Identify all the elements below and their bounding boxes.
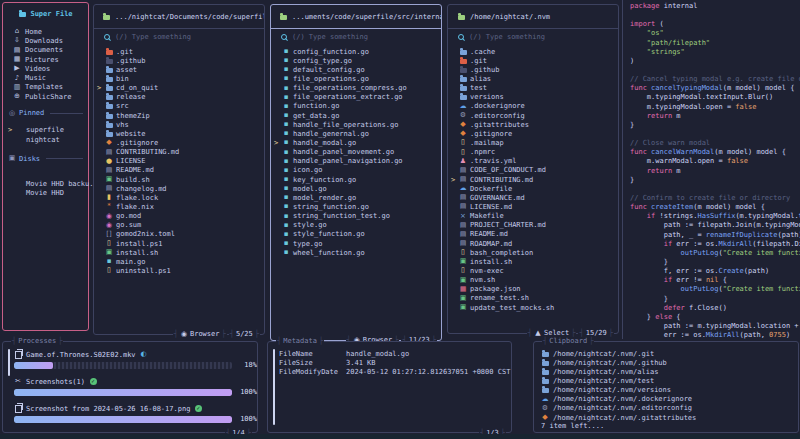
sidebar-item-home[interactable]: ⌂Home [3, 27, 88, 36]
file-row[interactable]: bin [94, 74, 264, 83]
file-row[interactable]: ▯uninstall.ps1 [94, 266, 264, 275]
file-row[interactable]: asset [94, 65, 264, 74]
file-row[interactable]: ▪style.go [271, 221, 441, 230]
clipboard-item[interactable]: /home/nightcat/.nvm/versions [541, 386, 798, 395]
file-row[interactable]: .git [94, 47, 264, 56]
file-row[interactable]: release [94, 93, 264, 102]
file-row[interactable]: ▪style_function.go [271, 230, 441, 239]
file-row[interactable]: website [94, 129, 264, 138]
file-row[interactable]: >▪handle_modal.go [271, 138, 441, 147]
file-row[interactable]: ▤CONTRIBUTING.md [94, 148, 264, 157]
file-row[interactable]: ◆.gitattributes [448, 120, 618, 129]
clipboard-item[interactable]: /home/nightcat/.nvm/test [541, 376, 798, 385]
panel-search-input[interactable]: (/) Type something [448, 29, 618, 45]
file-row[interactable]: ▣build.sh [94, 175, 264, 184]
file-row[interactable]: ▪model_render.go [271, 193, 441, 202]
file-row[interactable]: ♟.travis.yml [448, 157, 618, 166]
file-row[interactable]: ▣rename_test.sh [448, 294, 618, 303]
file-row[interactable]: ☁Dockerfile [448, 184, 618, 193]
file-row[interactable]: ▪handle_genernal.go [271, 129, 441, 138]
file-row[interactable]: ▪string_function.go [271, 202, 441, 211]
clipboard-item[interactable]: /home/nightcat/.nvm/.github [541, 358, 798, 367]
sidebar-item-pictures[interactable]: ▦Pictures [3, 55, 88, 64]
file-row[interactable]: ▤PROJECT_CHARTER.md [448, 221, 618, 230]
file-row[interactable]: ▤README.md [94, 166, 264, 175]
file-row[interactable]: []gomod2nix.toml [94, 230, 264, 239]
pinned-item-nightcat[interactable]: nightcat [3, 136, 88, 145]
clipboard-item[interactable]: /home/nightcat/.nvm/.git [541, 349, 798, 358]
file-row[interactable]: ●LICENSE [94, 157, 264, 166]
clipboard-item[interactable]: ☁/home/nightcat/.nvm/.dockerignore [541, 395, 798, 404]
file-row[interactable]: ▮flake.lock [94, 193, 264, 202]
file-row[interactable]: ▪handle_panel_movement.go [271, 148, 441, 157]
panel-search-input[interactable]: (/) Type something [271, 29, 441, 45]
file-row[interactable]: ☁.dockerignore [448, 102, 618, 111]
file-row[interactable]: ▣install.sh [94, 248, 264, 257]
file-row[interactable]: ▪handle_file_operations.go [271, 120, 441, 129]
sidebar-item-downloads[interactable]: ⇩Downloads [3, 36, 88, 45]
file-row[interactable]: ▪config_type.go [271, 56, 441, 65]
file-row[interactable]: ▪key_function.go [271, 175, 441, 184]
file-row[interactable]: ▤ROADMAP.md [448, 239, 618, 248]
panel-path-header[interactable]: .../nightcat/Documents/code/superfile [94, 5, 264, 29]
panel-path-header[interactable]: ...uments/code/superfile/src/internal [271, 5, 441, 29]
file-row[interactable]: ×Makefile [448, 212, 618, 221]
file-row[interactable]: >▤CONTRIBUTING.md [448, 175, 618, 184]
sidebar-item-publicshare[interactable]: ⊕PublicShare [3, 92, 88, 101]
file-row[interactable]: *flake.nix [94, 202, 264, 211]
panel-path-header[interactable]: /home/nightcat/.nvm [448, 5, 618, 29]
file-row[interactable]: .github [94, 56, 264, 65]
pinned-item-superfile[interactable]: >superfile [3, 126, 88, 135]
file-row[interactable]: ▪type.go [271, 239, 441, 248]
sidebar-item-templates[interactable]: ▥Templates [3, 83, 88, 92]
file-row[interactable]: .cache [448, 47, 618, 56]
disk-item-movie-hhd[interactable]: Movie HHD [3, 189, 88, 198]
file-row[interactable]: ▪file_operations_compress.go [271, 84, 441, 93]
file-row[interactable]: ▪config_function.go [271, 47, 441, 56]
file-row[interactable]: ▪function.go [271, 102, 441, 111]
disk-item-movie-hhd-backu-[interactable]: Movie HHD backu... [3, 180, 88, 189]
file-row[interactable]: versions [448, 93, 618, 102]
file-row[interactable]: .github [448, 65, 618, 74]
file-row[interactable]: ▪handle_panel_navigation.go [271, 157, 441, 166]
file-row[interactable]: test [448, 84, 618, 93]
sidebar-item-videos[interactable]: ▶Videos [3, 64, 88, 73]
file-row[interactable]: ▪icon.go [271, 166, 441, 175]
clipboard-item[interactable]: /home/nightcat/.nvm/alias [541, 367, 798, 376]
file-row[interactable]: alias [448, 74, 618, 83]
sidebar-item-music[interactable]: ♪Music [3, 73, 88, 82]
file-row[interactable]: ▤README.md [448, 230, 618, 239]
file-row[interactable]: ◉go.sum [94, 221, 264, 230]
clipboard-item[interactable]: ⚙/home/nightcat/.nvm/.editorconfig [541, 404, 798, 413]
file-row[interactable]: ▣nvm.sh [448, 276, 618, 285]
file-row[interactable]: ▯install.ps1 [94, 239, 264, 248]
panel-search-input[interactable]: (/) Type something [94, 29, 264, 45]
file-row[interactable]: ▤changelog.md [94, 184, 264, 193]
file-row[interactable]: vhs [94, 120, 264, 129]
file-row[interactable]: ▦package.json [448, 285, 618, 294]
file-row[interactable]: ▤LICENSE.md [448, 202, 618, 211]
file-row[interactable]: ▣install.sh [448, 257, 618, 266]
file-row[interactable]: ◉go.mod [94, 212, 264, 221]
file-row[interactable]: .git [448, 56, 618, 65]
file-row[interactable]: ▪wheel_function.go [271, 248, 441, 257]
file-row[interactable]: >cd_on_quit [94, 84, 264, 93]
file-row[interactable]: ▪model.go [271, 184, 441, 193]
file-row[interactable]: ▪main.go [94, 257, 264, 266]
processes-scrollbar[interactable] [8, 349, 10, 376]
file-row[interactable]: themeZip [94, 111, 264, 120]
file-row[interactable]: ▯nvm-exec [448, 266, 618, 275]
file-row[interactable]: ▪get_data.go [271, 111, 441, 120]
sidebar-item-documents[interactable]: ▤Documents [3, 46, 88, 55]
file-row[interactable]: ▯.npmrc [448, 148, 618, 157]
file-row[interactable]: ▪file_operations.go [271, 74, 441, 83]
file-row[interactable]: ▤CODE_OF_CONDUCT.md [448, 166, 618, 175]
file-row[interactable]: ▣update_test_mocks.sh [448, 303, 618, 312]
file-row[interactable]: ◆.gitignore [448, 129, 618, 138]
file-row[interactable]: ⚙.editorconfig [448, 111, 618, 120]
metadata-scrollbar[interactable] [273, 349, 275, 425]
file-row[interactable]: ◆.gitignore [94, 138, 264, 147]
file-row[interactable]: src [94, 102, 264, 111]
file-row[interactable]: ▪string_function_test.go [271, 212, 441, 221]
file-row[interactable]: ▯.mailmap [448, 138, 618, 147]
